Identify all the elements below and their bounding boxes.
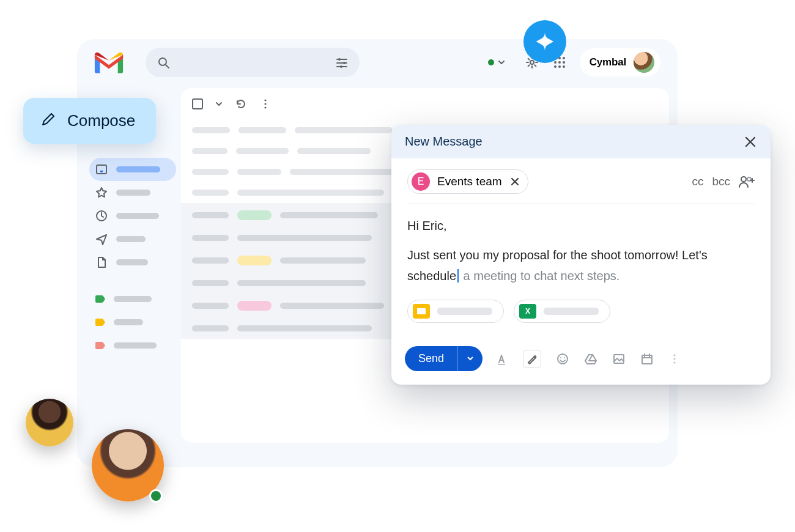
label-tag-icon bbox=[95, 295, 105, 303]
slides-file-icon bbox=[413, 304, 430, 319]
chevron-down-icon bbox=[498, 59, 505, 66]
sidebar-item-label bbox=[114, 319, 143, 325]
status-dot-icon bbox=[488, 59, 494, 65]
more-vert-icon[interactable] bbox=[259, 98, 272, 110]
select-all-checkbox[interactable] bbox=[192, 98, 203, 109]
svg-rect-22 bbox=[417, 308, 426, 314]
sidebar-item-drafts[interactable] bbox=[89, 251, 176, 274]
svg-point-9 bbox=[554, 61, 556, 64]
svg-point-18 bbox=[264, 103, 266, 105]
svg-point-31 bbox=[673, 361, 675, 363]
svg-point-10 bbox=[558, 61, 561, 64]
file-icon bbox=[95, 256, 108, 268]
sidebar-item-label bbox=[114, 296, 152, 302]
ai-sparkle-badge bbox=[523, 20, 566, 63]
svg-point-5 bbox=[530, 61, 534, 64]
svg-rect-27 bbox=[614, 355, 624, 363]
sidebar-item-label bbox=[116, 259, 148, 265]
workspace-chip[interactable]: Cymbal bbox=[580, 48, 660, 76]
svg-point-20 bbox=[741, 177, 746, 182]
inbox-icon bbox=[95, 163, 108, 175]
recipients-row: E Events team cc bcc bbox=[407, 169, 755, 194]
chevron-down-icon[interactable] bbox=[215, 100, 223, 108]
bcc-button[interactable]: bcc bbox=[712, 175, 730, 188]
sidebar-label[interactable] bbox=[89, 311, 176, 334]
sidebar-item-sent[interactable] bbox=[89, 227, 176, 251]
header-actions: Cymbal bbox=[482, 48, 660, 76]
remove-recipient-icon[interactable] bbox=[509, 176, 520, 187]
dialog-header: New Message bbox=[391, 125, 771, 158]
sidebar-item-label bbox=[116, 213, 159, 219]
sidebar-label[interactable] bbox=[89, 334, 176, 357]
svg-point-13 bbox=[558, 65, 561, 68]
drive-icon[interactable] bbox=[584, 352, 597, 366]
emoji-icon[interactable] bbox=[556, 352, 569, 366]
sidebar-item-label bbox=[116, 166, 160, 172]
search-bar[interactable] bbox=[146, 48, 360, 77]
text-format-icon[interactable] bbox=[495, 352, 508, 366]
attachment-name bbox=[544, 308, 599, 315]
send-options-dropdown[interactable] bbox=[457, 346, 483, 371]
cc-button[interactable]: cc bbox=[692, 175, 703, 188]
svg-rect-23 bbox=[498, 364, 505, 365]
svg-point-14 bbox=[563, 65, 565, 68]
gmail-header: Cymbal bbox=[77, 39, 678, 86]
clock-icon bbox=[95, 210, 108, 222]
recipient-chip[interactable]: E Events team bbox=[407, 169, 528, 194]
more-vert-icon[interactable] bbox=[668, 353, 681, 365]
text-cursor bbox=[457, 269, 459, 283]
sidebar-item-label bbox=[114, 342, 157, 349]
svg-point-3 bbox=[343, 62, 346, 64]
dialog-title: New Message bbox=[405, 135, 483, 149]
recipient-avatar: E bbox=[412, 172, 430, 191]
sidebar-item-inbox[interactable] bbox=[89, 158, 176, 181]
divider bbox=[407, 204, 755, 204]
search-icon bbox=[157, 56, 170, 69]
compose-button[interactable]: Compose bbox=[23, 98, 156, 144]
list-toolbar bbox=[181, 88, 669, 120]
add-recipients-icon[interactable] bbox=[739, 175, 755, 188]
svg-line-1 bbox=[166, 65, 169, 68]
svg-point-12 bbox=[554, 65, 556, 68]
label-tag-icon bbox=[95, 319, 105, 326]
svg-point-2 bbox=[338, 58, 341, 61]
sidebar-label[interactable] bbox=[89, 287, 176, 311]
star-icon bbox=[95, 187, 108, 199]
search-options-icon[interactable] bbox=[335, 56, 349, 69]
svg-point-29 bbox=[673, 354, 675, 356]
send-label: Send bbox=[405, 346, 457, 371]
sheets-file-icon: X bbox=[519, 304, 536, 319]
recipient-name: Events team bbox=[437, 175, 502, 188]
status-indicator[interactable] bbox=[482, 55, 511, 70]
svg-rect-28 bbox=[642, 355, 652, 364]
svg-point-8 bbox=[563, 57, 565, 59]
presence-indicator-icon bbox=[149, 489, 163, 503]
workspace-name: Cymbal bbox=[590, 56, 626, 68]
message-body[interactable]: Hi Eric, Just sent you my proposal for t… bbox=[407, 215, 755, 286]
chevron-down-icon bbox=[467, 355, 474, 362]
user-avatar[interactable] bbox=[634, 52, 654, 73]
attachment-chip[interactable] bbox=[407, 300, 504, 323]
send-button[interactable]: Send bbox=[405, 346, 483, 371]
calendar-icon[interactable] bbox=[640, 352, 654, 366]
compose-label: Compose bbox=[67, 111, 135, 130]
close-icon[interactable] bbox=[744, 135, 757, 149]
contact-avatar bbox=[26, 399, 73, 446]
sidebar-item-snoozed[interactable] bbox=[89, 204, 176, 227]
attachment-chip[interactable]: X bbox=[514, 300, 610, 323]
image-icon[interactable] bbox=[612, 352, 626, 366]
svg-point-25 bbox=[560, 357, 561, 358]
attachment-name bbox=[437, 308, 492, 315]
sidebar-item-starred[interactable] bbox=[89, 181, 176, 204]
ai-write-icon[interactable] bbox=[523, 350, 541, 368]
compose-dialog: New Message E Events team cc bcc Hi Eric… bbox=[391, 125, 771, 385]
sent-icon bbox=[95, 233, 108, 245]
svg-point-26 bbox=[564, 357, 565, 358]
refresh-icon[interactable] bbox=[235, 98, 247, 110]
sidebar-item-label bbox=[116, 190, 150, 196]
svg-point-19 bbox=[264, 106, 266, 108]
svg-point-0 bbox=[159, 58, 166, 65]
svg-point-17 bbox=[264, 99, 266, 101]
label-tag-icon bbox=[95, 342, 105, 349]
svg-point-30 bbox=[673, 358, 675, 360]
